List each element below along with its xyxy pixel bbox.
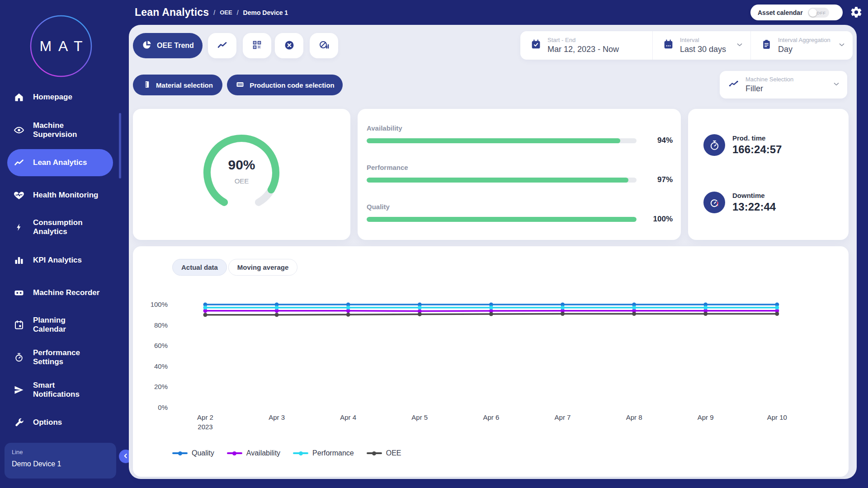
legend-item-quality[interactable]: Quality [172,449,214,457]
eye-icon [13,125,25,136]
oee-trend-line-chart: 100%80%60%40%20%0%Apr 22023Apr 3Apr 4Apr… [133,291,849,441]
sidebar-item-label: Options [33,418,112,427]
availability-bar-group: Availability 94% [367,124,673,145]
sidebar-item-label: Homepage [33,93,112,102]
material-selection-button[interactable]: Material selection [133,75,222,95]
sidebar-item-options[interactable]: Options [0,409,120,436]
oee-gauge [198,130,284,216]
legend-item-performance[interactable]: Performance [293,449,354,457]
production-code-selection-button[interactable]: Production code selection [227,75,343,95]
oee-gauge-label: OEE [133,177,350,185]
line-device-panel[interactable]: Line Demo Device 1 [5,443,116,479]
machine-selection-dropdown[interactable]: Machine Selection Filler [720,71,847,99]
svg-text:80%: 80% [154,321,168,329]
machine-selection-label: Machine Selection [745,76,793,83]
svg-text:Apr 5: Apr 5 [411,413,428,421]
main-content: OEE Trend Start - End Mar 12, 2023 - Now [129,25,857,479]
bar-value: 94% [637,136,673,145]
interval-aggregation-dropdown[interactable]: Interval Aggregation Day [750,31,853,60]
sidebar-item-homepage[interactable]: Homepage [0,84,120,111]
machine-selection-value: Filler [745,84,793,94]
sidebar-item-machine-recorder[interactable]: Machine Recorder [0,279,120,306]
breadcrumb-separator: / [213,9,215,16]
legend-label: OEE [386,449,401,457]
legend-label: Performance [312,449,354,457]
progress-track [367,217,637,222]
sidebar-scrollbar[interactable] [119,113,121,178]
sidebar-item-health-monitoring[interactable]: Health Monitoring [0,182,120,209]
svg-text:Apr 7: Apr 7 [555,413,571,421]
bar-label: Quality [367,203,673,211]
tab-downtime-analysis[interactable] [310,33,338,58]
material-icon [142,80,151,90]
calendar-icon [13,319,25,330]
prod-time-value: 166:24:57 [732,143,782,156]
legend-item-availability[interactable]: Availability [227,449,280,457]
tab-oee-trend[interactable]: OEE Trend [133,33,203,58]
date-controls-card: Start - End Mar 12, 2023 - Now Interval … [520,31,853,60]
date-range-value: Mar 12, 2023 - Now [547,45,619,54]
wrench-icon [13,417,25,428]
trend-icon [217,40,228,52]
date-range-field[interactable]: Start - End Mar 12, 2023 - Now [520,31,652,60]
svg-text:100%: 100% [151,300,168,308]
sidebar-item-lean-analytics[interactable]: Lean Analytics [7,149,113,176]
sidebar-item-smart-notifications[interactable]: Smart Notifications [0,376,120,404]
svg-text:Apr 3: Apr 3 [269,413,285,421]
sidebar-item-machine-supervision[interactable]: Machine Supervision [0,117,120,144]
sidebar-item-label: Consumption Analytics [33,218,84,236]
clipboard-icon [761,39,772,52]
chevron-down-icon [832,80,840,90]
svg-text:0%: 0% [158,404,168,411]
lightning-icon [13,222,25,233]
sidebar-item-consumption-analytics[interactable]: Consumption Analytics [0,214,120,241]
chevron-left-icon [122,452,129,461]
sidebar-item-label: Machine Supervision [33,121,84,139]
breadcrumb-oee[interactable]: OEE [220,9,232,16]
filter-label: Material selection [156,81,213,89]
svg-text:Apr 8: Apr 8 [626,413,642,421]
sidebar-item-kpi-analytics[interactable]: KPI Analytics [0,247,120,274]
sidebar-item-planning-calendar[interactable]: Planning Calendar [0,311,120,338]
interval-dropdown[interactable]: Interval Last 30 days [652,31,750,60]
breadcrumb-device[interactable]: Demo Device 1 [243,9,288,16]
pie-chart-icon [142,40,152,52]
sidebar-item-label: Performance Settings [33,348,84,366]
tab-stops[interactable] [275,33,303,58]
downtime-value: 13:22:44 [732,201,776,213]
performance-bar-group: Performance 97% [367,164,673,184]
logo-text: MAT [29,14,93,78]
svg-text:20%: 20% [154,383,168,390]
svg-text:Apr 2: Apr 2 [197,413,213,421]
close-circle-icon [284,40,295,52]
toggle-knob [809,9,817,17]
sidebar-item-performance-settings[interactable]: Performance Settings [0,344,120,371]
stopwatch-icon [13,352,25,363]
aggregation-value: Day [778,45,830,54]
heart-pulse-icon [13,190,25,201]
svg-text:Apr 6: Apr 6 [483,413,499,421]
legend-swatch [172,452,188,454]
times-card: Prod. time 166:24:57 Downtime 13:22:44 [688,109,849,240]
legend-item-oee[interactable]: OEE [367,449,401,457]
stopwatch-icon [703,134,725,156]
sidebar-item-label: Planning Calendar [33,316,84,334]
asset-calendar-toggle-pill[interactable]: Asset calendar OFF [750,5,843,20]
tab-trend-lines[interactable] [208,33,236,58]
settings-button[interactable] [849,6,863,19]
tab-moving-average[interactable]: Moving average [228,259,297,276]
send-icon [13,385,25,395]
tab-production-codes[interactable] [243,33,271,58]
tab-actual-data[interactable]: Actual data [172,259,227,276]
trend-icon [13,157,25,168]
chart-legend: QualityAvailabilityPerformanceOEE [172,449,401,457]
breadcrumb-separator: / [237,9,239,16]
prod-time-label: Prod. time [732,134,782,142]
chevron-down-icon [736,41,744,51]
sidebar-item-label: Health Monitoring [33,191,112,200]
downtime-row: Downtime 13:22:44 [703,192,776,213]
asset-calendar-switch[interactable]: OFF [808,8,829,18]
sidebar-item-label: Machine Recorder [33,288,112,297]
legend-swatch [367,452,382,454]
oee-gauge-value: 90% [133,157,350,173]
